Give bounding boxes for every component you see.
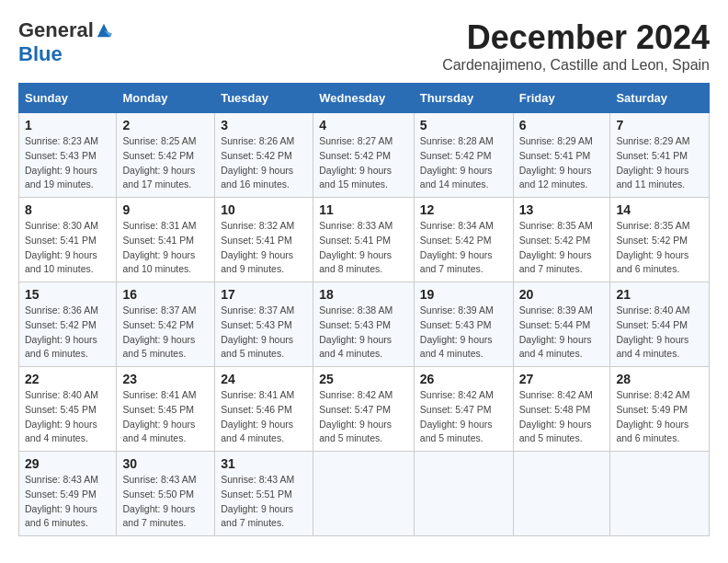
daylight-minutes: and 5 minutes. [122, 348, 186, 359]
daylight-label: Daylight: 9 hours [122, 419, 195, 430]
day-number: 28 [616, 372, 703, 386]
daylight-minutes: and 5 minutes. [221, 348, 284, 359]
day-number: 30 [122, 456, 209, 471]
daylight-label: Daylight: 9 hours [319, 249, 392, 260]
calendar-cell: 12 Sunrise: 8:34 AM Sunset: 5:42 PM Dayl… [414, 198, 513, 282]
sunrise-label: Sunrise: 8:35 AM [519, 220, 593, 231]
day-number: 6 [519, 118, 605, 132]
daylight-label: Daylight: 9 hours [519, 334, 592, 345]
day-info: Sunrise: 8:37 AM Sunset: 5:42 PM Dayligh… [122, 304, 209, 362]
daylight-label: Daylight: 9 hours [519, 165, 592, 176]
sunrise-label: Sunrise: 8:25 AM [122, 135, 196, 146]
day-info: Sunrise: 8:33 AM Sunset: 5:41 PM Dayligh… [319, 219, 408, 277]
daylight-label: Daylight: 9 hours [420, 334, 493, 345]
day-number: 27 [519, 372, 605, 386]
day-number: 20 [519, 287, 605, 302]
daylight-minutes: and 15 minutes. [319, 178, 388, 190]
calendar-cell: 1 Sunrise: 8:23 AM Sunset: 5:43 PM Dayli… [19, 113, 117, 198]
day-number: 17 [221, 287, 307, 302]
day-number: 21 [616, 287, 703, 302]
logo-blue-text: Blue [18, 42, 63, 66]
calendar-cell: 19 Sunrise: 8:39 AM Sunset: 5:43 PM Dayl… [414, 282, 513, 367]
logo: General Blue [18, 18, 112, 66]
sunset-label: Sunset: 5:47 PM [420, 404, 492, 415]
calendar-cell: 5 Sunrise: 8:28 AM Sunset: 5:42 PM Dayli… [414, 113, 513, 198]
day-number: 12 [420, 202, 507, 217]
day-number: 22 [25, 372, 110, 386]
daylight-label: Daylight: 9 hours [221, 334, 293, 345]
sunset-label: Sunset: 5:42 PM [519, 235, 591, 246]
daylight-label: Daylight: 9 hours [616, 334, 688, 345]
sunrise-label: Sunrise: 8:43 AM [25, 474, 98, 485]
daylight-minutes: and 19 minutes. [25, 178, 94, 190]
day-number: 7 [616, 118, 703, 132]
calendar-cell: 27 Sunrise: 8:42 AM Sunset: 5:48 PM Dayl… [513, 367, 610, 452]
day-info: Sunrise: 8:42 AM Sunset: 5:47 PM Dayligh… [420, 388, 507, 446]
sunset-label: Sunset: 5:44 PM [519, 319, 591, 330]
daylight-label: Daylight: 9 hours [420, 419, 493, 430]
day-info: Sunrise: 8:41 AM Sunset: 5:46 PM Dayligh… [221, 388, 307, 446]
day-info: Sunrise: 8:38 AM Sunset: 5:43 PM Dayligh… [319, 304, 408, 362]
day-info: Sunrise: 8:39 AM Sunset: 5:44 PM Dayligh… [519, 304, 605, 362]
calendar-week-row: 29 Sunrise: 8:43 AM Sunset: 5:49 PM Dayl… [19, 452, 710, 536]
logo-general-text: General [18, 18, 94, 42]
sunset-label: Sunset: 5:41 PM [616, 150, 688, 161]
daylight-label: Daylight: 9 hours [319, 419, 392, 430]
daylight-label: Daylight: 9 hours [616, 419, 688, 430]
day-number: 9 [122, 202, 209, 217]
sunset-label: Sunset: 5:43 PM [25, 150, 97, 161]
sunset-label: Sunset: 5:42 PM [616, 235, 688, 246]
daylight-minutes: and 6 minutes. [616, 432, 679, 443]
daylight-minutes: and 4 minutes. [221, 432, 284, 443]
day-info: Sunrise: 8:23 AM Sunset: 5:43 PM Dayligh… [25, 134, 110, 192]
daylight-label: Daylight: 9 hours [319, 165, 392, 176]
sunrise-label: Sunrise: 8:29 AM [616, 135, 689, 146]
day-number: 3 [221, 118, 307, 132]
weekday-header: Monday [117, 84, 215, 113]
daylight-minutes: and 6 minutes. [616, 263, 679, 274]
sunset-label: Sunset: 5:42 PM [122, 150, 194, 161]
sunset-label: Sunset: 5:41 PM [519, 150, 591, 161]
daylight-label: Daylight: 9 hours [616, 165, 688, 176]
day-number: 31 [221, 456, 307, 471]
daylight-minutes: and 7 minutes. [420, 263, 483, 274]
daylight-minutes: and 11 minutes. [616, 178, 685, 190]
sunset-label: Sunset: 5:41 PM [221, 235, 292, 246]
calendar-cell [414, 452, 513, 536]
sunset-label: Sunset: 5:48 PM [519, 404, 591, 415]
sunrise-label: Sunrise: 8:23 AM [25, 135, 98, 146]
sunrise-label: Sunrise: 8:30 AM [25, 220, 98, 231]
daylight-minutes: and 5 minutes. [519, 432, 583, 443]
calendar-cell: 18 Sunrise: 8:38 AM Sunset: 5:43 PM Dayl… [313, 282, 415, 367]
sunrise-label: Sunrise: 8:42 AM [519, 389, 593, 400]
daylight-minutes: and 7 minutes. [221, 517, 284, 528]
daylight-minutes: and 16 minutes. [221, 178, 290, 190]
day-info: Sunrise: 8:34 AM Sunset: 5:42 PM Dayligh… [420, 219, 507, 277]
sunrise-label: Sunrise: 8:29 AM [519, 135, 593, 146]
calendar-cell: 21 Sunrise: 8:40 AM Sunset: 5:44 PM Dayl… [610, 282, 710, 367]
sunrise-label: Sunrise: 8:43 AM [221, 474, 294, 485]
sunrise-label: Sunrise: 8:42 AM [319, 389, 392, 400]
logo-icon [96, 22, 112, 39]
calendar-cell: 28 Sunrise: 8:42 AM Sunset: 5:49 PM Dayl… [610, 367, 710, 452]
daylight-label: Daylight: 9 hours [122, 165, 195, 176]
sunrise-label: Sunrise: 8:35 AM [616, 220, 689, 231]
day-info: Sunrise: 8:42 AM Sunset: 5:48 PM Dayligh… [519, 388, 605, 446]
title-section: December 2024 Cardenajimeno, Castille an… [442, 18, 710, 74]
daylight-minutes: and 4 minutes. [122, 432, 186, 443]
day-number: 11 [319, 202, 408, 217]
daylight-minutes: and 9 minutes. [221, 263, 284, 274]
day-number: 2 [122, 118, 209, 132]
day-info: Sunrise: 8:28 AM Sunset: 5:42 PM Dayligh… [420, 134, 507, 192]
calendar-cell: 3 Sunrise: 8:26 AM Sunset: 5:42 PM Dayli… [215, 113, 313, 198]
calendar-cell: 15 Sunrise: 8:36 AM Sunset: 5:42 PM Dayl… [19, 282, 117, 367]
calendar-cell [313, 452, 415, 536]
weekday-header: Tuesday [215, 84, 313, 113]
sunrise-label: Sunrise: 8:39 AM [420, 304, 494, 316]
daylight-label: Daylight: 9 hours [616, 249, 688, 260]
sunset-label: Sunset: 5:47 PM [319, 404, 391, 415]
day-info: Sunrise: 8:31 AM Sunset: 5:41 PM Dayligh… [122, 219, 209, 277]
calendar-cell: 24 Sunrise: 8:41 AM Sunset: 5:46 PM Dayl… [215, 367, 313, 452]
weekday-header-row: SundayMondayTuesdayWednesdayThursdayFrid… [19, 84, 710, 113]
sunset-label: Sunset: 5:41 PM [319, 235, 391, 246]
